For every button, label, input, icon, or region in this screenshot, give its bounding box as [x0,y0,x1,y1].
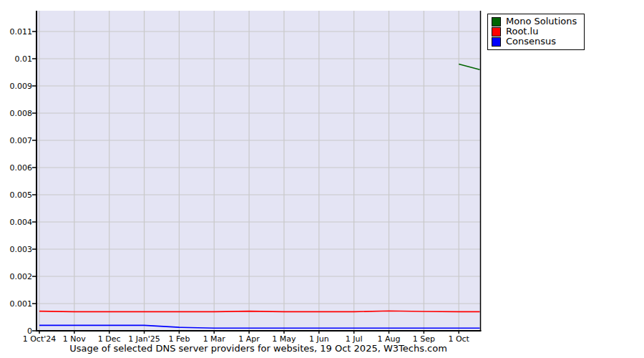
y-tick-label: 0.011 [0,27,32,37]
dns-usage-chart: 00.0010.0020.0030.0040.0050.0060.0070.00… [0,0,644,358]
legend-label: Root.lu [506,26,538,37]
y-tick-label: 0.005 [0,190,32,200]
y-tick-label: 0.006 [0,163,32,173]
legend-swatch-icon [492,17,501,26]
y-tick-label: 0.007 [0,136,32,145]
y-tick-label: 0.009 [0,82,32,91]
legend-label: Consensus [506,37,556,47]
chart-legend: Mono SolutionsRoot.luConsensus [487,14,585,50]
legend-swatch-icon [492,37,501,47]
legend-item: Mono Solutions [492,16,577,26]
plot-area [0,0,644,358]
legend-swatch-icon [492,27,501,37]
y-tick-label: 0.002 [0,272,32,281]
legend-item: Consensus [492,37,577,47]
legend-label: Mono Solutions [506,16,577,26]
y-tick-label: 0.01 [0,54,32,64]
y-tick-label: 0.003 [0,245,32,254]
y-tick-label: 0.001 [0,299,32,309]
y-tick-label: 0.004 [0,218,32,227]
legend-item: Root.lu [492,26,577,37]
chart-title: Usage of selected DNS server providers f… [36,343,480,354]
y-tick-label: 0.008 [0,109,32,118]
